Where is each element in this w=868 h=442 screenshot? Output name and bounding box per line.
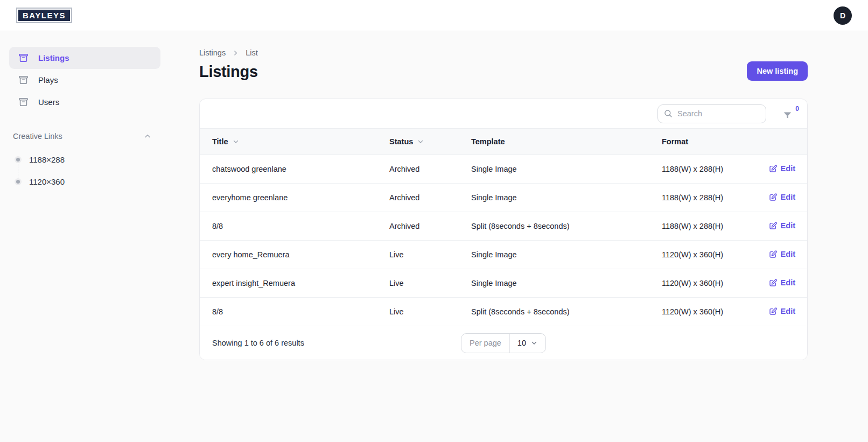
per-page-label: Per page bbox=[461, 334, 510, 353]
table-row: expert insight_Remuera Live Single Image… bbox=[200, 269, 807, 298]
cell-template: Split (8seconds + 8seconds) bbox=[459, 212, 649, 241]
edit-label: Edit bbox=[781, 307, 795, 315]
sidebar-item-listings[interactable]: Listings bbox=[9, 47, 160, 69]
table-row: 8/8 Live Split (8seconds + 8seconds) 112… bbox=[200, 298, 807, 326]
edit-button[interactable]: Edit bbox=[769, 164, 795, 173]
cell-status: Archived bbox=[377, 212, 459, 241]
pencil-square-icon bbox=[769, 278, 778, 287]
cell-format: 1188(W) x 288(H) bbox=[649, 184, 753, 212]
cell-title: everyhome greenlane bbox=[200, 184, 377, 212]
pencil-square-icon bbox=[769, 307, 778, 315]
table-footer: Showing 1 to 6 of 6 results Per page 10 bbox=[200, 326, 807, 360]
cell-title: chatswood greenlane bbox=[200, 155, 377, 184]
per-page-value: 10 bbox=[517, 339, 526, 347]
column-header-title[interactable]: Title bbox=[200, 129, 377, 155]
bullet-dot-icon bbox=[16, 180, 20, 184]
sidebar: Listings Plays Users Creative Links 1188… bbox=[0, 31, 170, 193]
archive-box-icon bbox=[18, 52, 29, 64]
sidebar-item-label: Plays bbox=[38, 75, 58, 85]
cell-status: Live bbox=[377, 298, 459, 326]
filter-count-badge: 0 bbox=[795, 105, 799, 113]
edit-label: Edit bbox=[781, 278, 795, 287]
pencil-square-icon bbox=[769, 221, 778, 230]
breadcrumb-listings[interactable]: Listings bbox=[199, 48, 226, 57]
edit-button[interactable]: Edit bbox=[769, 250, 795, 258]
user-avatar[interactable]: D bbox=[834, 6, 852, 25]
cell-status: Archived bbox=[377, 155, 459, 184]
main-content: Listings List Listings New listing 0 bbox=[170, 31, 868, 360]
filter-button[interactable]: 0 bbox=[782, 107, 794, 120]
edit-button[interactable]: Edit bbox=[769, 221, 795, 230]
breadcrumb: Listings List bbox=[199, 48, 808, 57]
creative-link-1188x288[interactable]: 1188×288 bbox=[9, 149, 160, 171]
cell-format: 1188(W) x 288(H) bbox=[649, 212, 753, 241]
cell-format: 1120(W) x 360(H) bbox=[649, 298, 753, 326]
table-toolbar: 0 bbox=[200, 99, 807, 128]
sidebar-item-label: Users bbox=[38, 97, 59, 107]
cell-template: Single Image bbox=[459, 241, 649, 269]
sort-chevron-icon bbox=[232, 138, 240, 145]
edit-button[interactable]: Edit bbox=[769, 307, 795, 315]
search-input[interactable] bbox=[657, 104, 766, 123]
cell-template: Single Image bbox=[459, 269, 649, 298]
sidebar-item-plays[interactable]: Plays bbox=[9, 69, 160, 91]
chevron-up-icon bbox=[143, 132, 152, 141]
column-label: Title bbox=[212, 137, 228, 146]
funnel-icon bbox=[782, 110, 793, 121]
cell-status: Live bbox=[377, 269, 459, 298]
pencil-square-icon bbox=[769, 250, 778, 258]
cell-template: Split (8seconds + 8seconds) bbox=[459, 298, 649, 326]
creative-link-1120x360[interactable]: 1120×360 bbox=[9, 171, 160, 193]
table-row: every home_Remuera Live Single Image 112… bbox=[200, 241, 807, 269]
creative-links-section-toggle[interactable]: Creative Links bbox=[9, 126, 160, 146]
breadcrumb-list[interactable]: List bbox=[246, 48, 258, 57]
brand-logo[interactable]: BAYLEYS bbox=[16, 8, 72, 23]
cell-title: every home_Remuera bbox=[200, 241, 377, 269]
chevron-down-icon bbox=[530, 339, 538, 347]
creative-link-label: 1120×360 bbox=[29, 177, 65, 186]
bullet-dot-icon bbox=[16, 158, 20, 162]
edit-label: Edit bbox=[781, 250, 795, 258]
listings-table: Title Status Template bbox=[200, 128, 807, 326]
results-summary: Showing 1 to 6 of 6 results bbox=[212, 339, 304, 347]
column-header-status[interactable]: Status bbox=[377, 129, 459, 155]
listings-card: 0 Title bbox=[199, 99, 808, 360]
sort-chevron-icon bbox=[417, 138, 424, 145]
creative-links-list: 1188×288 1120×360 bbox=[9, 149, 160, 193]
search-box bbox=[657, 104, 766, 123]
table-row: everyhome greenlane Archived Single Imag… bbox=[200, 184, 807, 212]
column-header-actions bbox=[753, 129, 807, 155]
column-label: Format bbox=[662, 137, 688, 146]
column-label: Status bbox=[389, 137, 413, 146]
cell-title: 8/8 bbox=[200, 298, 377, 326]
cell-status: Live bbox=[377, 241, 459, 269]
per-page-control: Per page 10 bbox=[461, 333, 546, 353]
page-title: Listings bbox=[199, 63, 258, 81]
column-header-template: Template bbox=[459, 129, 649, 155]
cell-title: 8/8 bbox=[200, 212, 377, 241]
table-header-row: Title Status Template bbox=[200, 129, 807, 155]
cell-title: expert insight_Remuera bbox=[200, 269, 377, 298]
search-icon bbox=[663, 109, 673, 118]
cell-format: 1120(W) x 360(H) bbox=[649, 241, 753, 269]
cell-status: Archived bbox=[377, 184, 459, 212]
table-row: 8/8 Archived Split (8seconds + 8seconds)… bbox=[200, 212, 807, 241]
cell-format: 1120(W) x 360(H) bbox=[649, 269, 753, 298]
cell-format: 1188(W) x 288(H) bbox=[649, 155, 753, 184]
cell-template: Single Image bbox=[459, 184, 649, 212]
edit-label: Edit bbox=[781, 164, 795, 173]
edit-button[interactable]: Edit bbox=[769, 193, 795, 201]
edit-label: Edit bbox=[781, 221, 795, 230]
per-page-select[interactable]: 10 bbox=[510, 334, 545, 353]
sidebar-item-users[interactable]: Users bbox=[9, 91, 160, 113]
new-listing-button[interactable]: New listing bbox=[747, 61, 808, 81]
cell-template: Single Image bbox=[459, 155, 649, 184]
pencil-square-icon bbox=[769, 193, 778, 201]
archive-box-icon bbox=[18, 74, 29, 86]
pencil-square-icon bbox=[769, 164, 778, 173]
top-navbar: BAYLEYS D bbox=[0, 0, 868, 31]
sidebar-item-label: Listings bbox=[38, 53, 69, 62]
edit-button[interactable]: Edit bbox=[769, 278, 795, 287]
avatar-initial: D bbox=[840, 11, 845, 20]
column-header-format: Format bbox=[649, 129, 753, 155]
